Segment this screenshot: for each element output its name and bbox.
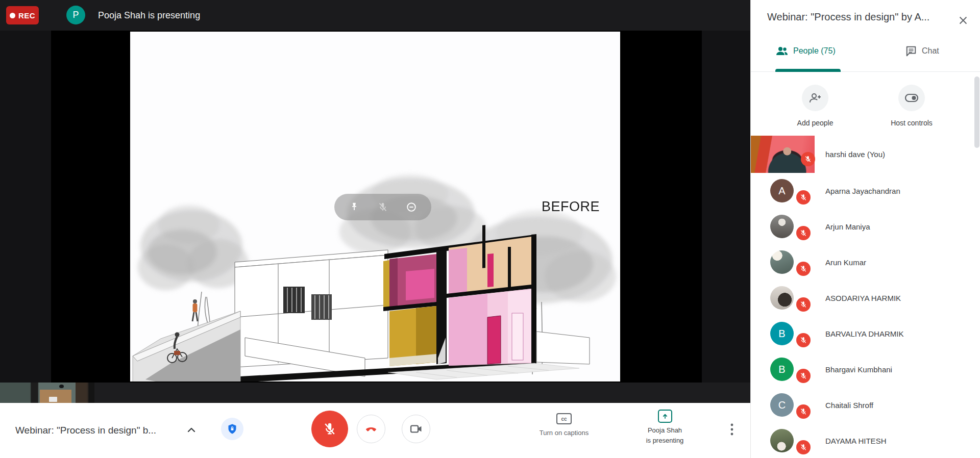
mic-off-icon [799, 443, 807, 451]
meeting-safety-button[interactable] [221, 418, 243, 440]
present-to-all-icon [658, 410, 672, 423]
avatar [770, 429, 794, 452]
scrollbar-thumb[interactable] [974, 77, 979, 148]
mic-off-icon [322, 421, 337, 437]
participant-name: Arun Kumar [825, 244, 866, 280]
host-controls-label: Host controls [871, 119, 952, 127]
tab-people[interactable]: People (75) [775, 31, 836, 71]
recording-dot-icon [10, 13, 15, 18]
leave-call-button[interactable] [357, 415, 385, 443]
presentation-slide: BEFORE [130, 32, 620, 381]
participant-row[interactable]: B Bhargavi Kumbhani [751, 351, 980, 387]
mic-off-icon [799, 408, 807, 416]
participant-name: Chaitali Shroff [825, 387, 873, 423]
participant-row[interactable]: DAYAMA HITESH [751, 423, 980, 458]
participant-row[interactable]: B BARVALIYA DHARMIK [751, 316, 980, 351]
participant-row[interactable]: A Aparna Jayachandran [751, 173, 980, 209]
mic-off-icon [799, 265, 807, 273]
slide-before-label: BEFORE [542, 199, 600, 215]
presentation-stage: BEFORE [0, 31, 750, 383]
participant-name: Bhargavi Kumbhani [825, 351, 892, 387]
sidebar-tabs: People (75) Chat [751, 31, 980, 72]
participant-name: harshi dave (You) [825, 136, 885, 173]
stage-left-gutter [0, 31, 51, 383]
tab-chat-label: Chat [922, 46, 939, 56]
muted-mic-badge [796, 333, 811, 347]
close-sidebar-button[interactable] [957, 14, 970, 28]
close-icon [958, 15, 969, 26]
presenting-label-line1: Pooja Shah [633, 425, 697, 436]
avatar: B [770, 322, 794, 345]
tab-chat[interactable]: Chat [905, 31, 939, 71]
participant-name: Arjun Maniya [825, 209, 870, 244]
mic-off-icon [799, 193, 807, 201]
participant-row[interactable]: Arun Kumar [751, 244, 980, 280]
host-controls-toggle-icon [904, 93, 919, 103]
muted-mic-badge [796, 297, 811, 312]
top-presenter-bar: REC P Pooja Shah is presenting [0, 0, 750, 31]
participant-name: DAYAMA HITESH [825, 423, 886, 458]
avatar [770, 286, 794, 310]
captions-icon: cc [556, 413, 572, 424]
presentation-hover-controls [334, 194, 431, 220]
host-controls-button[interactable]: Host controls [871, 85, 952, 127]
avatar [770, 250, 794, 274]
camera-button[interactable] [402, 415, 430, 443]
presenter-avatar: P [66, 6, 85, 24]
people-icon [775, 45, 789, 57]
captions-label: Turn on captions [526, 429, 602, 437]
pin-icon[interactable] [348, 200, 361, 214]
google-meet-window: REC P Pooja Shah is presenting [0, 0, 980, 458]
participant-name: Aparna Jayachandran [825, 173, 900, 209]
muted-mic-badge [796, 262, 811, 276]
turn-on-captions-button[interactable]: cc Turn on captions [526, 413, 602, 437]
mic-off-icon [799, 229, 807, 237]
muted-mic-badge [796, 226, 811, 240]
avatar: A [770, 179, 794, 202]
muted-mic-badge [796, 404, 811, 419]
filmstrip [0, 383, 750, 403]
muted-mic-badge [796, 190, 811, 205]
shield-lock-icon [226, 423, 238, 435]
thumbnail-door [76, 383, 87, 403]
person-add-icon [808, 92, 822, 104]
sidebar-actions: Add people Host controls [751, 72, 980, 136]
mic-off-icon[interactable] [376, 200, 389, 214]
avatar [770, 215, 794, 238]
participant-row[interactable]: Arjun Maniya [751, 209, 980, 244]
participant-name: BARVALIYA DHARMIK [825, 316, 903, 351]
meeting-title: Webinar: "Process in design" b... [15, 403, 156, 458]
muted-mic-badge [801, 152, 815, 166]
remove-tile-icon[interactable] [405, 200, 418, 214]
main-area: REC P Pooja Shah is presenting [0, 0, 750, 458]
microphone-button[interactable] [311, 411, 348, 447]
tab-people-label: People (75) [793, 46, 836, 56]
avatar: C [770, 393, 794, 417]
thumbnail-paper [49, 397, 57, 402]
recording-label: REC [18, 11, 35, 20]
you-are-presenting-button[interactable]: Pooja Shah is presenting [633, 410, 697, 446]
call-end-icon [364, 422, 378, 436]
participant-row[interactable]: ASODARIYA HARMIK [751, 280, 980, 316]
mic-off-icon [799, 372, 807, 380]
muted-mic-badge [796, 369, 811, 383]
participant-row[interactable]: C Chaitali Shroff [751, 387, 980, 423]
sidebar-panel: Webinar: "Process in design" by A... Peo… [750, 0, 980, 458]
participant-row[interactable]: harshi dave (You) [751, 136, 980, 173]
avatar: B [770, 358, 794, 381]
muted-mic-badge [796, 440, 811, 454]
participant-list: harshi dave (You) A Aparna Jayachandran … [751, 136, 980, 458]
self-video-thumbnail[interactable] [0, 383, 94, 403]
mic-off-icon [799, 300, 807, 309]
chat-icon [905, 45, 917, 57]
presenting-label-line2: is presenting [633, 436, 697, 446]
presenter-status-text: Pooja Shah is presenting [98, 0, 200, 31]
add-people-button[interactable]: Add people [774, 85, 856, 127]
recording-badge: REC [6, 6, 39, 24]
sidebar-title: Webinar: "Process in design" by A... [767, 11, 951, 23]
more-options-button[interactable] [725, 421, 739, 440]
meeting-details-chevron[interactable] [184, 423, 199, 438]
mic-off-icon [799, 336, 807, 344]
three-dot-menu-icon [727, 422, 737, 438]
videocam-icon [409, 422, 423, 436]
